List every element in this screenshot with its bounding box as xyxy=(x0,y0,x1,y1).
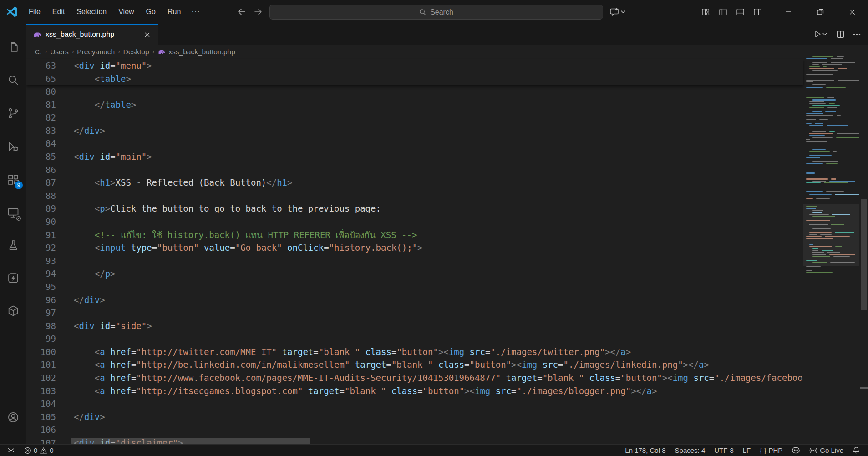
line-number[interactable]: 104 xyxy=(26,397,56,410)
copilot-status[interactable] xyxy=(788,445,804,456)
notifications-bell[interactable] xyxy=(849,445,863,456)
menu-file[interactable]: File xyxy=(23,5,46,19)
line-number[interactable]: 95 xyxy=(26,280,56,294)
line-number[interactable]: 103 xyxy=(26,385,56,398)
line-number[interactable]: 100 xyxy=(26,345,56,359)
source-control-button[interactable] xyxy=(0,100,26,127)
code-line[interactable]: 102<a href="http://www.facebook.com/page… xyxy=(26,371,803,385)
tab-xss-back-button[interactable]: xss_back_button.php xyxy=(26,24,158,45)
explorer-button[interactable] xyxy=(0,34,26,61)
more-actions-button[interactable] xyxy=(850,27,863,41)
toggle-secondary-sidebar-button[interactable] xyxy=(749,4,766,20)
menu-edit[interactable]: Edit xyxy=(46,5,71,19)
breadcrumb-item[interactable]: C: xyxy=(35,48,42,56)
code-line[interactable]: 84 xyxy=(26,137,803,150)
code-editor[interactable]: 8081</table>8283</div>8485<div id="main"… xyxy=(26,85,803,444)
code-line[interactable]: 81</table> xyxy=(26,98,803,111)
line-number[interactable]: 97 xyxy=(26,306,56,319)
close-window-button[interactable] xyxy=(836,0,868,24)
run-php-button[interactable] xyxy=(812,27,831,41)
breadcrumb-item[interactable]: Users xyxy=(50,48,68,56)
line-number[interactable]: 106 xyxy=(26,423,56,436)
line-number[interactable]: 86 xyxy=(26,163,56,177)
minimap-viewport[interactable] xyxy=(803,204,859,266)
code-line[interactable]: 90 xyxy=(26,215,803,228)
code-line[interactable]: 98<div id="side"> xyxy=(26,319,803,333)
accounts-button[interactable] xyxy=(0,404,26,431)
minimize-button[interactable] xyxy=(772,0,804,24)
line-number[interactable]: 96 xyxy=(26,294,56,307)
copilot-chat-button[interactable] xyxy=(606,4,629,20)
line-number[interactable]: 93 xyxy=(26,254,56,268)
forward-arrow-button[interactable] xyxy=(251,5,265,18)
menu-run[interactable]: Run xyxy=(162,5,187,19)
code-line[interactable]: 103<a href="http://itsecgames.blogspot.c… xyxy=(26,385,803,398)
command-center-search[interactable]: Search xyxy=(269,5,603,20)
line-number[interactable]: 90 xyxy=(26,215,56,228)
line-number[interactable]: 85 xyxy=(26,150,56,163)
line-number[interactable]: 65 xyxy=(26,72,56,85)
vertical-scrollbar[interactable] xyxy=(860,52,868,444)
code-line[interactable]: 105</div> xyxy=(26,410,803,424)
remote-explorer-button[interactable] xyxy=(0,200,26,226)
run-debug-button[interactable] xyxy=(0,133,26,160)
code-line[interactable]: 88 xyxy=(26,189,803,203)
code-line[interactable]: 104 xyxy=(26,397,803,410)
line-number[interactable]: 92 xyxy=(26,241,56,254)
menu-selection[interactable]: Selection xyxy=(71,5,112,19)
code-line[interactable]: 97 xyxy=(26,306,803,319)
line-number[interactable]: 89 xyxy=(26,202,56,215)
line-number[interactable]: 81 xyxy=(26,98,56,111)
sticky-scroll[interactable]: 63<div id="menu">65<table> xyxy=(26,59,803,85)
line-number[interactable]: 94 xyxy=(26,267,56,280)
customize-layout-button[interactable] xyxy=(697,4,714,20)
code-line[interactable]: 94</p> xyxy=(26,267,803,280)
encoding-setting[interactable]: UTF-8 xyxy=(711,445,737,456)
extensions-button[interactable]: 9 xyxy=(0,167,26,193)
menu-view[interactable]: View xyxy=(112,5,140,19)
toggle-panel-button[interactable] xyxy=(731,4,749,20)
line-number[interactable]: 88 xyxy=(26,189,56,203)
breadcrumb-item[interactable]: Desktop xyxy=(123,48,149,56)
scrollbar-slider[interactable] xyxy=(861,199,867,310)
line-number[interactable]: 87 xyxy=(26,176,56,189)
code-line[interactable]: 100<a href="http://twitter.com/MME_IT" t… xyxy=(26,345,803,359)
menu-overflow-button[interactable]: ··· xyxy=(187,5,205,19)
back-arrow-button[interactable] xyxy=(234,5,248,18)
code-line[interactable]: 86 xyxy=(26,163,803,177)
restore-button[interactable] xyxy=(804,0,836,24)
toggle-primary-sidebar-button[interactable] xyxy=(714,4,731,20)
breadcrumb-item[interactable]: Preeyanuch xyxy=(77,48,115,56)
code-line[interactable]: 96</div> xyxy=(26,294,803,307)
line-number[interactable]: 91 xyxy=(26,228,56,242)
sticky-line[interactable]: 63<div id="menu"> xyxy=(26,59,803,72)
line-number[interactable]: 98 xyxy=(26,319,56,333)
cursor-position[interactable]: Ln 178, Col 8 xyxy=(621,445,669,456)
container-tools-button[interactable] xyxy=(0,298,26,324)
line-number[interactable]: 84 xyxy=(26,137,56,150)
indentation-setting[interactable]: Spaces: 4 xyxy=(671,445,709,456)
horizontal-scrollbar[interactable] xyxy=(71,438,310,444)
thunder-client-button[interactable] xyxy=(0,265,26,291)
breadcrumb-item[interactable]: xss_back_button.php xyxy=(168,48,235,56)
line-number[interactable]: 101 xyxy=(26,358,56,371)
sticky-line[interactable]: 65<table> xyxy=(26,72,803,85)
code-line[interactable]: 82 xyxy=(26,111,803,124)
problems-indicator[interactable]: 0 0 xyxy=(20,445,57,456)
language-mode[interactable]: { } PHP xyxy=(756,445,786,456)
code-line[interactable]: 83</div> xyxy=(26,124,803,137)
search-view-button[interactable] xyxy=(0,67,26,93)
code-line[interactable]: 99 xyxy=(26,332,803,345)
code-line[interactable]: 80 xyxy=(26,85,803,98)
menu-go[interactable]: Go xyxy=(140,5,162,19)
line-number[interactable]: 107 xyxy=(26,436,56,444)
testing-flask-button[interactable] xyxy=(0,232,26,258)
code-line[interactable]: 101<a href="http://be.linkedin.com/in/ma… xyxy=(26,358,803,371)
tab-close-icon[interactable] xyxy=(142,29,152,40)
line-number[interactable]: 80 xyxy=(26,85,56,98)
eol-setting[interactable]: LF xyxy=(739,445,755,456)
code-line[interactable]: 87<h1>XSS - Reflected (Back Button)</h1> xyxy=(26,176,803,189)
code-line[interactable]: 91<!-- แก้ไข: ใช้ history.back() แทน HTT… xyxy=(26,228,803,242)
code-line[interactable]: 89<p>Click the button to go to back to t… xyxy=(26,202,803,215)
line-number[interactable]: 82 xyxy=(26,111,56,124)
